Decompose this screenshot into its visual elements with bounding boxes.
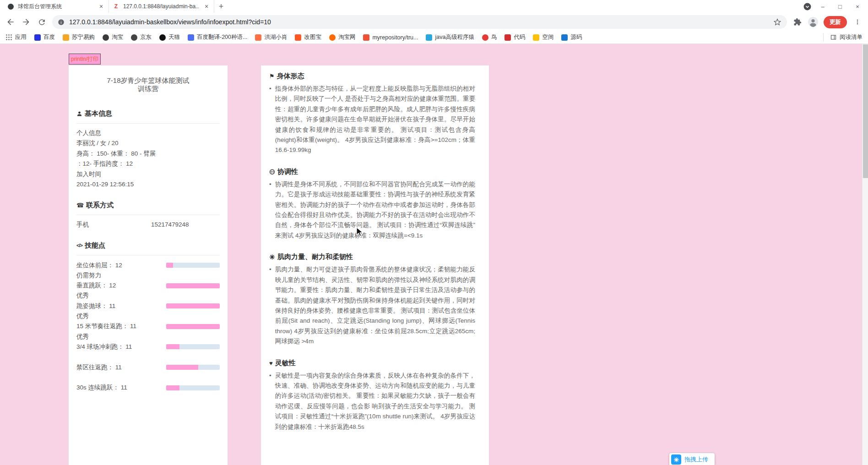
bookmark-favicon [295, 34, 301, 41]
bookmark-item[interactable]: 京东 [131, 33, 152, 41]
bookmark-favicon [505, 34, 511, 41]
profile-avatar[interactable] [806, 15, 820, 29]
tab-favicon-z-icon: Z [113, 3, 119, 10]
section-agility: ♥ 灵敏性 • 灵敏性是一项内容复杂的综合身体素质，反映人体在各种复杂的条件下，… [269, 359, 475, 432]
skill-label: 30s 连续跳跃： 11 [76, 384, 166, 392]
body-metrics: 身高： 150- 体重： 80 - 臂展 [76, 149, 220, 159]
bookmark-item[interactable]: 苏宁易购 [63, 33, 95, 41]
skill-progress-bar [166, 263, 220, 268]
drag-upload-button[interactable]: 拖拽上传 [669, 453, 715, 465]
bookmark-label: 鸟 [491, 33, 497, 41]
bookmark-item[interactable]: 淘宝 [103, 33, 123, 41]
bookmark-item[interactable]: myrepository/tru... [363, 34, 418, 41]
section-heading: 协调性 [277, 168, 298, 176]
bookmark-item[interactable]: 洪湖小肖 [255, 33, 287, 41]
skill-progress-bar [166, 283, 220, 288]
chrome-update-button[interactable]: 更新 [824, 16, 847, 28]
skill-label: 坐位体前屈： 12 [76, 261, 166, 270]
mouse-cursor [356, 227, 364, 238]
site-info-icon[interactable] [58, 19, 65, 26]
asterisk-icon [269, 254, 275, 260]
tab-infoexpot-active[interactable]: Z 127.0.0.1:8848/layuiadmin-ba... × [109, 0, 214, 13]
phone-icon: ☎ [76, 202, 84, 208]
section-heading: 身体形态 [277, 72, 304, 81]
skill-label: 15 米节奏往返跑： 11 [76, 322, 166, 330]
page-scrollbar[interactable] [862, 44, 868, 465]
contact-heading: ☎ 联系方式 [76, 201, 220, 210]
skill-progress-fill [166, 303, 220, 308]
bookmark-item[interactable]: 鸟 [482, 33, 497, 41]
skill-note [76, 373, 220, 383]
bookmark-favicon [255, 34, 261, 41]
tab-admin-system[interactable]: 球馆后台管理系统 × [4, 0, 109, 13]
tab-strip: 球馆后台管理系统 × Z 127.0.0.1:8848/layuiadmin-b… [0, 0, 868, 13]
extensions-puzzle-icon[interactable] [791, 15, 804, 29]
bookmark-item[interactable]: 淘宝网 [329, 33, 356, 41]
skill-row: 垂直跳跃： 12 优秀 [76, 281, 220, 301]
reload-icon[interactable] [35, 15, 49, 29]
skill-progress-fill [166, 283, 220, 288]
print-button[interactable]: println/打印 [69, 54, 101, 65]
bookmark-item[interactable]: 天猫 [159, 33, 180, 41]
bookmark-favicon [533, 34, 539, 41]
skill-progress-fill [166, 385, 179, 390]
bookmark-item[interactable]: 空间 [533, 33, 553, 41]
bullet-icon: • [269, 371, 271, 432]
flag-icon: ⚑ [269, 73, 275, 79]
skill-note: 优秀 [76, 311, 220, 321]
bookmark-star-icon[interactable] [773, 18, 781, 26]
reading-list-button[interactable]: 阅读清单 [823, 33, 863, 41]
apps-shortcut[interactable]: 应用 [5, 33, 27, 41]
profile-label: 个人信息 [76, 128, 220, 138]
bookmark-label: 改图宝 [304, 33, 321, 41]
bookmark-favicon [426, 34, 432, 41]
skill-progress-bar [166, 324, 220, 329]
minimize-button[interactable]: – [814, 0, 831, 13]
back-icon[interactable] [4, 15, 17, 29]
heart-icon: ♥ [269, 360, 273, 366]
report-summary-card: 7-18岁青少年篮球体能测试 训练营 基本信息 个人信息 李丽沈 / 女 / 2… [69, 65, 228, 465]
bookmark-label: 应用 [15, 33, 27, 41]
divider [76, 255, 220, 255]
tab-close-icon[interactable]: × [203, 3, 210, 10]
bookmark-item[interactable]: 百度翻译-200种语... [188, 33, 247, 41]
upload-gear-icon [671, 454, 681, 465]
basic-info-heading: 基本信息 [76, 109, 220, 118]
scrollbar-thumb[interactable] [863, 44, 868, 178]
skill-row: 禁区往返跑： 11 [76, 362, 220, 383]
bookmark-item[interactable]: 源码 [561, 33, 582, 41]
bookmark-item[interactable]: 代码 [505, 33, 525, 41]
skill-progress-fill [166, 324, 220, 329]
maximize-button[interactable]: □ [831, 0, 849, 13]
bookmark-label: java高级程序猿 [435, 33, 474, 41]
skill-row: 30s 连续跳跃： 11 [76, 383, 220, 403]
menu-kebab-icon[interactable] [851, 15, 864, 29]
url-text[interactable]: 127.0.0.1:8848/layuiadmin-baskellbox/vie… [69, 18, 769, 26]
tab-favicon-circle-icon [7, 3, 14, 10]
report-title: 7-18岁青少年篮球体能测试 训练营 [76, 76, 220, 93]
address-bar[interactable]: 127.0.0.1:8848/layuiadmin-baskellbox/vie… [52, 15, 787, 29]
bookmark-favicon [103, 34, 109, 41]
bookmark-label: myrepository/tru... [372, 34, 418, 41]
skill-row: 坐位体前屈： 12 仍需努力 [76, 260, 220, 281]
divider [76, 123, 220, 124]
bookmark-label: 洪湖小肖 [264, 33, 287, 41]
close-button[interactable]: × [849, 0, 866, 13]
phone-value: 15217479248 [151, 220, 189, 230]
skill-progress-fill [166, 365, 198, 370]
code-icon: </> [76, 243, 82, 248]
tab-search-icon[interactable] [800, 2, 814, 11]
forward-icon[interactable] [19, 15, 33, 29]
new-tab-button[interactable]: + [214, 0, 228, 13]
bookmark-item[interactable]: 百度 [34, 33, 55, 41]
bookmark-favicon [63, 34, 69, 41]
section-heading: 灵敏性 [275, 359, 296, 368]
tab-close-icon[interactable]: × [98, 3, 105, 10]
phone-row: 手机 15217479248 [76, 220, 220, 230]
bookmark-favicon [34, 34, 41, 41]
bookmark-label: 空间 [542, 33, 553, 41]
bookmark-item[interactable]: 改图宝 [295, 33, 321, 41]
bookmark-item[interactable]: java高级程序猿 [426, 33, 474, 41]
bookmark-favicon [188, 34, 194, 41]
tab-title: 127.0.0.1:8848/layuiadmin-ba... [123, 3, 199, 10]
